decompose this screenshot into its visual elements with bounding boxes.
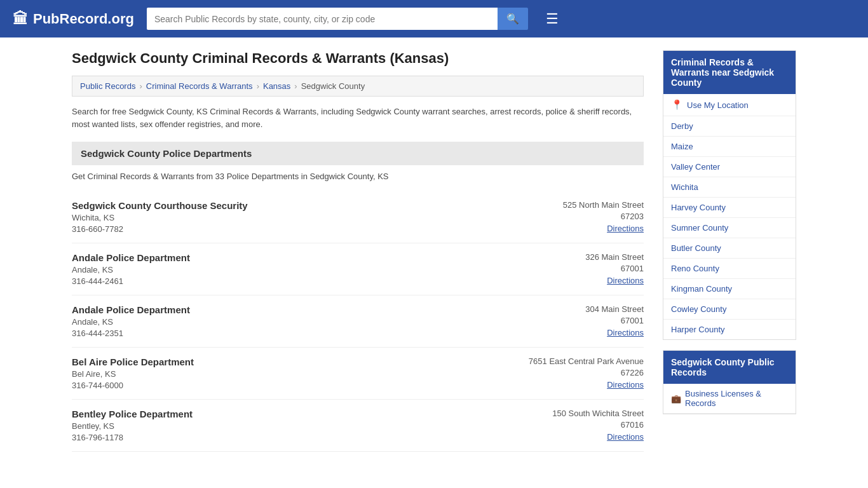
sidebar: Criminal Records & Warrants near Sedgwic…: [663, 50, 796, 452]
dept-phone: 316-444-2351: [72, 329, 190, 338]
nearby-harper-county[interactable]: Harper County: [663, 320, 796, 339]
dept-address: 304 Main Street: [504, 304, 644, 314]
nearby-maize[interactable]: Maize: [663, 137, 796, 157]
dept-name: Sedgwick County Courthouse Security: [72, 200, 248, 211]
dept-address: 150 South Wichita Street: [504, 409, 644, 418]
site-header: 🏛 PubRecord.org 🔍 ☰: [0, 0, 868, 37]
nearby-harvey-county[interactable]: Harvey County: [663, 198, 796, 218]
site-logo[interactable]: 🏛 PubRecord.org: [13, 10, 134, 28]
dept-name: Bel Aire Police Department: [72, 356, 194, 367]
dept-right-3: 7651 East Central Park Avenue 67226 Dire…: [504, 356, 644, 390]
dept-name: Bentley Police Department: [72, 409, 193, 419]
dept-city: Wichita, KS: [72, 213, 248, 222]
search-button[interactable]: 🔍: [498, 8, 528, 30]
breadcrumb: Public Records › Criminal Records & Warr…: [72, 76, 644, 97]
directions-link[interactable]: Directions: [607, 380, 644, 390]
section-header: Sedgwick County Police Departments: [72, 142, 644, 165]
main-container: Sedgwick County Criminal Records & Warra…: [53, 37, 815, 464]
logo-text: PubRecord.org: [33, 11, 134, 27]
nearby-reno-county[interactable]: Reno County: [663, 259, 796, 279]
nearby-cowley-county[interactable]: Cowley County: [663, 299, 796, 320]
dept-left-2: Andale Police Department Andale, KS 316-…: [72, 304, 190, 338]
dept-city: Andale, KS: [72, 317, 190, 327]
nearby-header: Criminal Records & Warrants near Sedgwic…: [663, 51, 796, 94]
directions-link[interactable]: Directions: [607, 328, 644, 337]
dept-zip: 67203: [504, 212, 644, 221]
page-title: Sedgwick County Criminal Records & Warra…: [72, 50, 644, 67]
briefcase-icon: 💼: [671, 394, 681, 403]
nearby-section: Criminal Records & Warrants near Sedgwic…: [663, 50, 796, 340]
use-location-label: Use My Location: [687, 100, 749, 110]
dept-right-2: 304 Main Street 67001 Directions: [504, 304, 644, 338]
department-list: Sedgwick County Courthouse Security Wich…: [72, 191, 644, 452]
department-entry: Bel Aire Police Department Bel Aire, KS …: [72, 348, 644, 400]
menu-button[interactable]: ☰: [546, 11, 559, 27]
breadcrumb-public-records[interactable]: Public Records: [80, 81, 135, 91]
directions-link[interactable]: Directions: [607, 432, 644, 442]
dept-right-4: 150 South Wichita Street 67016 Direction…: [504, 409, 644, 442]
breadcrumb-sep-1: ›: [139, 81, 142, 91]
dept-phone: 316-444-2461: [72, 276, 190, 286]
nearby-sumner-county[interactable]: Sumner County: [663, 218, 796, 238]
dept-left-3: Bel Aire Police Department Bel Aire, KS …: [72, 356, 194, 390]
dept-zip: 67226: [504, 368, 644, 377]
department-entry: Bentley Police Department Bentley, KS 31…: [72, 400, 644, 452]
dept-phone: 316-744-6000: [72, 381, 194, 390]
breadcrumb-sep-3: ›: [294, 81, 297, 91]
logo-icon: 🏛: [13, 10, 28, 28]
public-records-header: Sedgwick County Public Records: [663, 351, 796, 384]
content-area: Sedgwick County Criminal Records & Warra…: [72, 50, 644, 452]
dept-zip: 67001: [504, 316, 644, 325]
department-entry: Andale Police Department Andale, KS 316-…: [72, 243, 644, 295]
page-description: Search for free Sedgwick County, KS Crim…: [72, 105, 644, 130]
dept-address: 326 Main Street: [504, 252, 644, 262]
dept-name: Andale Police Department: [72, 304, 190, 315]
dept-right-1: 326 Main Street 67001 Directions: [504, 252, 644, 286]
dept-name: Andale Police Department: [72, 252, 190, 263]
dept-city: Bel Aire, KS: [72, 369, 194, 379]
breadcrumb-sep-2: ›: [257, 81, 259, 91]
business-licenses-item[interactable]: 💼 Business Licenses & Records: [663, 384, 796, 414]
nearby-wichita[interactable]: Wichita: [663, 177, 796, 198]
nearby-kingman-county[interactable]: Kingman County: [663, 279, 796, 299]
search-input[interactable]: [147, 8, 498, 30]
search-area: 🔍: [147, 8, 528, 30]
breadcrumb-current: Sedgwick County: [301, 81, 365, 91]
breadcrumb-kansas[interactable]: Kansas: [263, 81, 290, 91]
directions-link[interactable]: Directions: [607, 224, 644, 233]
directions-link[interactable]: Directions: [607, 276, 644, 285]
nearby-butler-county[interactable]: Butler County: [663, 238, 796, 259]
dept-zip: 67016: [504, 420, 644, 430]
business-licenses-link[interactable]: Business Licenses & Records: [685, 389, 788, 408]
section-subtitle: Get Criminal Records & Warrants from 33 …: [72, 172, 644, 181]
nearby-list: 📍 Use My Location Derby Maize Valley Cen…: [663, 94, 796, 339]
dept-city: Andale, KS: [72, 265, 190, 274]
nearby-derby[interactable]: Derby: [663, 116, 796, 137]
dept-address: 525 North Main Street: [504, 200, 644, 210]
location-icon: 📍: [671, 99, 683, 111]
breadcrumb-criminal-records[interactable]: Criminal Records & Warrants: [146, 81, 253, 91]
dept-phone: 316-796-1178: [72, 433, 193, 442]
department-entry: Andale Police Department Andale, KS 316-…: [72, 295, 644, 348]
nearby-valley-center[interactable]: Valley Center: [663, 157, 796, 177]
use-location-item[interactable]: 📍 Use My Location: [663, 94, 796, 116]
dept-right-0: 525 North Main Street 67203 Directions: [504, 200, 644, 234]
dept-phone: 316-660-7782: [72, 224, 248, 234]
dept-left-0: Sedgwick County Courthouse Security Wich…: [72, 200, 248, 234]
public-records-section: Sedgwick County Public Records 💼 Busines…: [663, 350, 796, 414]
dept-zip: 67001: [504, 264, 644, 273]
dept-left-1: Andale Police Department Andale, KS 316-…: [72, 252, 190, 286]
department-entry: Sedgwick County Courthouse Security Wich…: [72, 191, 644, 243]
dept-address: 7651 East Central Park Avenue: [504, 356, 644, 366]
dept-left-4: Bentley Police Department Bentley, KS 31…: [72, 409, 193, 442]
dept-city: Bentley, KS: [72, 421, 193, 431]
